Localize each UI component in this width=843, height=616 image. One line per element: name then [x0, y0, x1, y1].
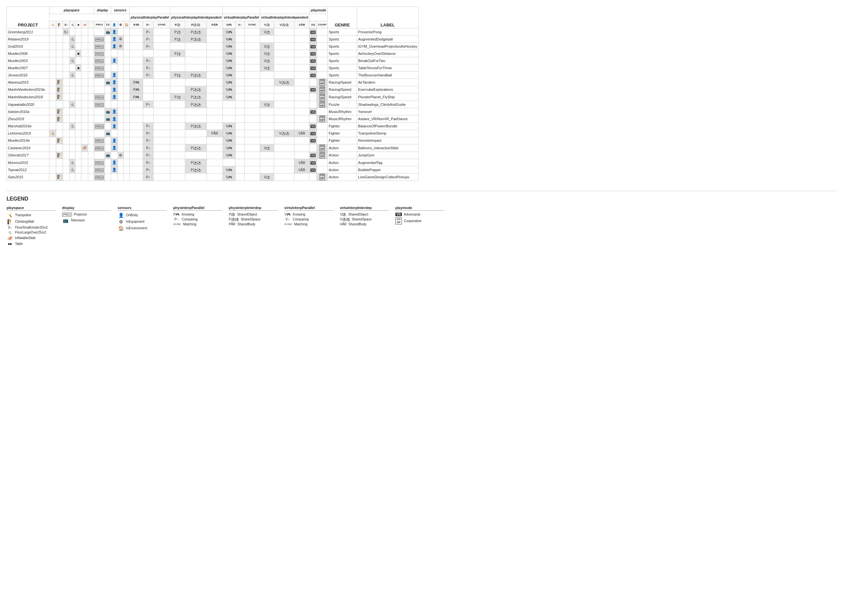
phys-interdep-cell — [170, 144, 185, 151]
playspace-cell — [75, 79, 81, 86]
sensor-cell: ⚙ — [117, 35, 123, 43]
virt-interdep-cell — [274, 94, 294, 101]
sensor-cell: 👤 — [111, 122, 117, 130]
virt-parallel-cell: V🎮 — [223, 166, 236, 173]
phys-interdep-cell — [207, 166, 223, 173]
subh-virt-sharedbody: VÅR — [294, 21, 310, 28]
playmode-co-cell — [317, 43, 328, 50]
playmode-vs-cell — [310, 101, 317, 108]
legend-item-virt-sharedbody: VÅR SharedBody — [340, 223, 389, 226]
virt-parallel-cell: V🎮 — [223, 65, 236, 72]
virt-interdep-cell: V⚽ — [260, 28, 274, 35]
phys-interdep-cell — [207, 122, 223, 130]
playmode-co-cell — [317, 65, 328, 72]
table-row: Vapaakallio2020↑LPROJP○P⚽⚽V⚽COOPPuzzleSh… — [7, 101, 419, 108]
playspace-cell — [75, 108, 81, 115]
phys-interdep-cell — [207, 159, 223, 166]
playspace-cell — [69, 94, 75, 101]
virt-interdep-cell — [274, 35, 294, 43]
playspace-cell — [81, 122, 88, 130]
phys-parallel-cell — [129, 144, 143, 151]
virt-parallel-cell: V🎮 — [223, 57, 236, 65]
sensor-cell: 👤 — [111, 43, 117, 50]
virt-parallel-cell — [235, 166, 244, 173]
legend-phys-parallel: physInterpParallel P🎮 Knowing P○ Compari… — [173, 206, 222, 247]
phys-parallel-cell — [154, 101, 170, 108]
playspace-cell — [88, 94, 94, 101]
project-name: Sato2015 — [7, 173, 49, 181]
phys-parallel-cell: P○ — [143, 173, 154, 181]
sensor-cell — [123, 57, 129, 65]
virt-parallel-cell — [244, 57, 260, 65]
playspace-cell — [75, 72, 81, 79]
label-cell: TheBouncerHandball — [357, 72, 419, 79]
virt-parallel-cell — [244, 159, 260, 166]
virt-parallel-cell — [244, 43, 260, 50]
virt-parallel-cell — [235, 137, 244, 144]
virt-sharedobj-icon: V⚽ — [340, 213, 347, 216]
table-row: Mueller2006■PROJP⚽V🎮V⚽VSSportsAirhockeyO… — [7, 50, 419, 57]
genre-cell: Racing/Speed — [328, 86, 357, 94]
playspace-cell — [69, 151, 75, 159]
phys-sharedspace-label: SharedSpace — [241, 217, 261, 221]
virt-interdep-cell — [274, 43, 294, 50]
phys-interdep-cell — [185, 79, 207, 86]
display-cell: 📺 — [104, 130, 111, 137]
legend-playspace: playspace 🤸 Trampoline 🧗 ClimbingWall S↑… — [7, 206, 56, 247]
sensor-cell — [117, 57, 123, 65]
legend-item-tv: 📺 Television — [62, 218, 111, 223]
playspace-cell — [69, 173, 75, 181]
playspace-cell — [75, 122, 81, 130]
phys-know-label: Knowing — [182, 213, 194, 216]
inenv-label: InEnvironment — [126, 226, 147, 230]
subh-trampoline: 🤸 — [49, 21, 56, 28]
sensor-cell — [117, 159, 123, 166]
label-cell: TrampolineStomp — [357, 130, 419, 137]
label-cell: AirhockeyOverDistance — [357, 50, 419, 57]
phys-interdep-cell — [170, 115, 185, 123]
label-cell: ProxemicPong — [357, 28, 419, 35]
display-cell: PROJ — [94, 173, 104, 181]
sensor-cell — [123, 101, 129, 108]
genre-cell: Sports — [328, 43, 357, 50]
col-virt-interdep-group — [260, 7, 310, 14]
phys-parallel-cell — [129, 65, 143, 72]
playspace-cell — [75, 86, 81, 94]
phys-parallel-cell: P○ — [143, 166, 154, 173]
display-cell: PROJ — [94, 57, 104, 65]
genre-cell: Fighter — [328, 137, 357, 144]
playspace-cell — [88, 108, 94, 115]
project-name: Zhou2019 — [7, 115, 49, 123]
phys-interdep-cell: P⚽ — [170, 28, 185, 35]
virt-interdep-cell: V⚽ — [260, 43, 274, 50]
playmode-co-cell: COOP — [317, 86, 328, 94]
playmode-co-cell — [317, 122, 328, 130]
virt-interdep-cell — [260, 166, 274, 173]
display-cell: PROJ — [94, 166, 104, 173]
playspace-cell — [88, 28, 94, 35]
playspace-cell — [88, 57, 94, 65]
genre-cell: Sports — [328, 57, 357, 65]
phys-interdep-cell — [185, 43, 207, 50]
virt-parallel-cell — [244, 144, 260, 151]
playmode-co-cell — [317, 159, 328, 166]
floorsmall-label: FloorSmallUnder25m2 — [15, 226, 48, 229]
table-row: Rebane2019↑LPROJ👤⚙P○P⚽P⚽⚽V🎮VSSportsAugme… — [7, 35, 419, 43]
project-name: MartinNiedecken2019a — [7, 86, 49, 94]
virt-interdep-cell — [260, 122, 274, 130]
label-cell: AugmentedTag — [357, 159, 419, 166]
colgroup-row-1: PROJECT playspace display sensors — [7, 7, 419, 14]
phys-interdep-cell: P⚽⚽ — [185, 28, 207, 35]
playmode-vs-cell: VS — [310, 159, 317, 166]
playspace-cell — [56, 166, 63, 173]
genre-cell: Music/Rhythm — [328, 108, 357, 115]
playspace-cell — [49, 173, 56, 181]
display-cell — [94, 115, 104, 123]
col-display-group: display — [94, 7, 111, 14]
virt-parallel-cell — [235, 65, 244, 72]
phys-parallel-cell — [143, 108, 154, 115]
subh-floorsmall: S↑ — [63, 21, 70, 28]
virt-parallel-cell: V🎮 — [223, 144, 236, 151]
sensor-cell: 👤 — [111, 28, 117, 35]
playspace-cell — [75, 28, 81, 35]
